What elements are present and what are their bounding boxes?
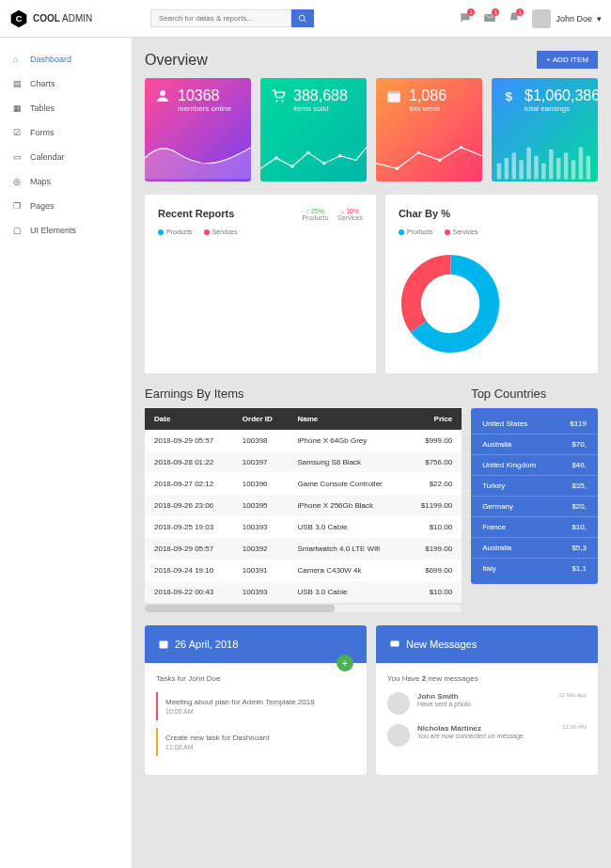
- user-name: John Doe: [556, 14, 592, 24]
- table-header: Price: [405, 408, 462, 430]
- sidebar-item-maps[interactable]: ◎Maps: [0, 169, 132, 194]
- stat-items[interactable]: 388,688items solid: [260, 78, 367, 181]
- bell-notif[interactable]: 1: [508, 11, 521, 26]
- char-by: Char By % Products Services: [385, 195, 598, 373]
- sidebar-item-ui-elements[interactable]: ▢UI Elements: [0, 218, 132, 243]
- messages-head: New Messages: [376, 625, 598, 663]
- sparkline: [145, 134, 251, 181]
- svg-rect-27: [549, 150, 554, 180]
- page-title: Overview: [145, 52, 208, 69]
- search-button[interactable]: [291, 9, 314, 27]
- user-icon: [154, 87, 171, 104]
- earnings-title: Earnings By Items: [145, 387, 462, 401]
- country-item[interactable]: France$10,: [471, 517, 598, 538]
- svg-line-3: [304, 20, 306, 23]
- tasks-card: 26 April, 2018 + Tasks for John Doe Meet…: [145, 625, 367, 775]
- dollar-icon: $: [501, 87, 518, 104]
- sparkline: [376, 134, 482, 181]
- table-row[interactable]: 2018-09-29 05:57100398iPhone X 64Gb Grey…: [145, 430, 462, 451]
- svg-point-6: [275, 100, 277, 102]
- country-item[interactable]: Italy$1,1: [471, 559, 598, 578]
- chat-notif[interactable]: 1: [459, 11, 472, 26]
- countries-title: Top Countries: [471, 387, 598, 401]
- table-row[interactable]: 2018-09-22 00:43100393USB 3.0 Cable$10.0…: [145, 581, 462, 603]
- svg-point-18: [460, 146, 462, 149]
- mail-notif[interactable]: 1: [483, 11, 496, 26]
- search-input[interactable]: [150, 9, 291, 27]
- task-item[interactable]: Meeting about plan for Admin Template 20…: [156, 692, 355, 720]
- svg-rect-32: [587, 156, 591, 180]
- stat-earnings[interactable]: $ $1,060,386total earnings: [492, 78, 598, 181]
- search-icon: [298, 14, 307, 24]
- country-item[interactable]: United Kingdom$46,: [471, 455, 598, 476]
- message-item[interactable]: Nicholas MartinezYou are now connected o…: [387, 724, 587, 747]
- stat-week[interactable]: 1,086this week: [376, 78, 482, 181]
- table-header: Name: [289, 408, 405, 430]
- messages-card: New Messages You Have 2 new messages Joh…: [376, 625, 598, 775]
- messages-subtitle: You Have 2 new messages: [387, 674, 587, 683]
- message-item[interactable]: John SmithHave sent a photo12 Min ago: [387, 692, 587, 715]
- svg-text:$: $: [506, 89, 513, 103]
- table-row[interactable]: 2018-09-25 19:03100393USB 3.0 Cable$10.0…: [145, 516, 462, 538]
- user-menu[interactable]: John Doe ▾: [532, 9, 602, 28]
- country-item[interactable]: Turkey$35,: [471, 476, 598, 497]
- svg-rect-31: [579, 148, 584, 180]
- bell-badge: 1: [516, 8, 524, 16]
- topbar-right: 1 1 1 John Doe ▾: [459, 9, 602, 28]
- add-item-button[interactable]: + ADD ITEM: [537, 51, 598, 69]
- svg-rect-30: [572, 160, 576, 179]
- svg-rect-24: [526, 148, 531, 180]
- cart-icon: [270, 87, 287, 104]
- add-task-button[interactable]: +: [337, 655, 353, 671]
- country-item[interactable]: Australia$70,: [471, 434, 598, 455]
- table-row[interactable]: 2018-09-27 02:12100396Game Console Contr…: [145, 473, 462, 495]
- logo-text: COOL ADMIN: [33, 13, 92, 24]
- table-header: Date: [145, 408, 233, 430]
- sidebar-item-forms[interactable]: ☑Forms: [0, 120, 132, 145]
- reports-mini: ↑ 25%Products ↓ 10%Services: [302, 208, 362, 221]
- sidebar-item-dashboard[interactable]: ⌂Dashboard: [0, 47, 132, 71]
- svg-rect-35: [160, 641, 168, 649]
- avatar: [387, 692, 410, 715]
- topbar: C COOL ADMIN 1 1 1 John Doe ▾: [0, 0, 611, 38]
- stat-members[interactable]: 10368members online: [145, 78, 251, 181]
- calendar-icon: [385, 87, 402, 104]
- svg-point-10: [306, 151, 309, 154]
- svg-rect-20: [497, 164, 502, 180]
- chevron-down-icon: ▾: [597, 14, 602, 24]
- task-item[interactable]: Create new task for Dashboard11:00 AM: [156, 728, 355, 756]
- nav-icon: ⌂: [13, 55, 23, 64]
- countries-section: Top Countries United States$119Australia…: [471, 387, 598, 612]
- sidebar: ⌂Dashboard▤Charts▦Tables☑Forms▭Calendar◎…: [0, 38, 132, 868]
- earnings-table: DateOrder IDNamePrice 2018-09-29 05:5710…: [145, 408, 462, 603]
- svg-rect-29: [564, 152, 569, 179]
- svg-point-8: [274, 156, 277, 159]
- table-row[interactable]: 2018-09-29 05:57100392Smartwatch 4.0 LTE…: [145, 538, 462, 560]
- country-item[interactable]: Germany$20,: [471, 497, 598, 517]
- table-row[interactable]: 2018-09-26 23:06100395iPhone X 256Gb Bla…: [145, 495, 462, 516]
- chat-badge: 1: [467, 8, 475, 16]
- calendar-icon: [158, 639, 169, 650]
- country-item[interactable]: Australia$5,3: [471, 538, 598, 559]
- country-item[interactable]: United States$119: [471, 414, 598, 434]
- nav-icon: ❐: [13, 201, 23, 211]
- logo-icon: C: [9, 9, 28, 28]
- logo[interactable]: C COOL ADMIN: [9, 9, 132, 28]
- sidebar-item-pages[interactable]: ❐Pages: [0, 194, 132, 218]
- nav-icon: ☑: [13, 128, 23, 137]
- mail-badge: 1: [492, 8, 499, 16]
- svg-point-7: [281, 100, 283, 102]
- sidebar-item-calendar[interactable]: ▭Calendar: [0, 145, 132, 169]
- scrollbar[interactable]: [145, 605, 462, 612]
- nav-icon: ◎: [13, 177, 23, 186]
- table-row[interactable]: 2018-09-24 19:10100391Camera C430W 4k$69…: [145, 560, 462, 581]
- sidebar-item-charts[interactable]: ▤Charts: [0, 71, 132, 96]
- svg-point-15: [396, 167, 399, 170]
- table-row[interactable]: 2018-09-28 01:22100397Samsung S8 Black$7…: [145, 451, 462, 473]
- sparkline: [260, 134, 367, 181]
- svg-rect-36: [391, 641, 400, 647]
- earnings-section: Earnings By Items DateOrder IDNamePrice …: [145, 387, 462, 612]
- country-list: United States$119Australia$70,United Kin…: [471, 408, 598, 584]
- sidebar-item-tables[interactable]: ▦Tables: [0, 96, 132, 120]
- search: [150, 9, 314, 27]
